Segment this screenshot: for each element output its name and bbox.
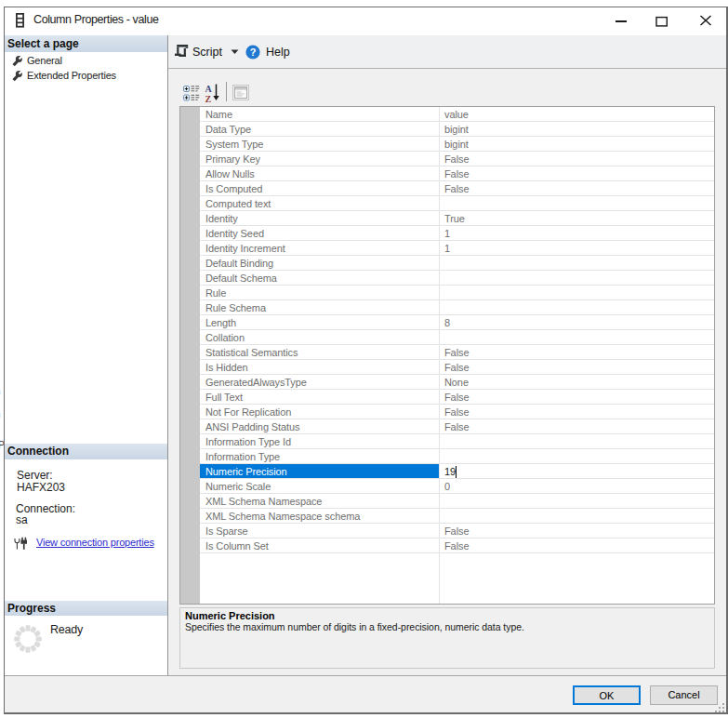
svg-text:?: ? <box>250 47 257 58</box>
svg-text:Z: Z <box>205 94 212 103</box>
svg-text:A: A <box>205 84 213 94</box>
